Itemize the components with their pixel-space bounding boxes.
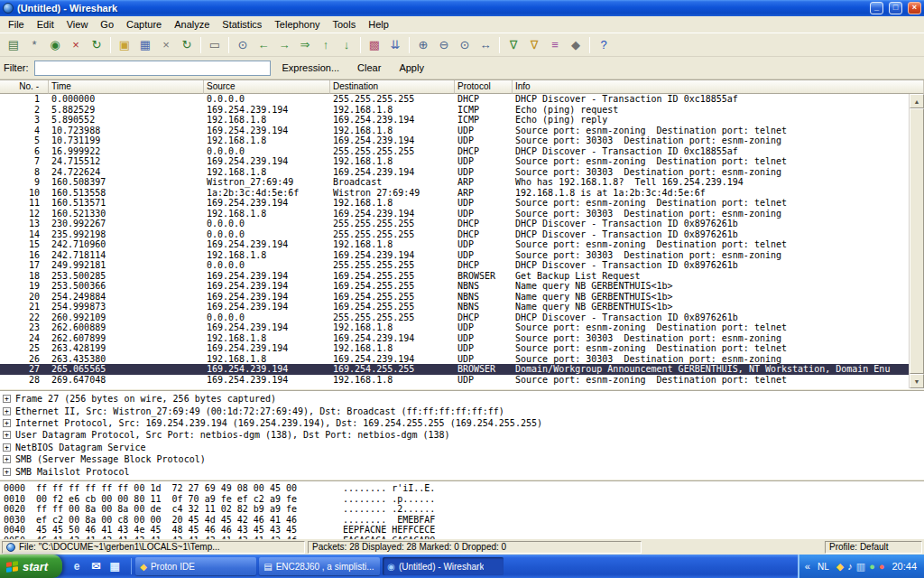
packet-row[interactable]: 13230.9922670.0.0.0255.255.255.255DHCPDH… xyxy=(0,219,909,229)
menu-item-view[interactable]: View xyxy=(60,17,95,32)
packet-row[interactable]: 616.9999220.0.0.0255.255.255.255DHCPDHCP… xyxy=(0,146,909,157)
menu-item-capture[interactable]: Capture xyxy=(120,17,168,32)
menu-item-help[interactable]: Help xyxy=(362,17,395,32)
maximize-button[interactable]: □ xyxy=(889,2,902,14)
menu-item-file[interactable]: File xyxy=(2,17,31,32)
close-button[interactable]: × xyxy=(908,2,921,14)
capture-options-icon[interactable]: * xyxy=(24,36,44,54)
go-to-bottom-icon[interactable]: ↓ xyxy=(337,36,356,54)
go-forward-icon[interactable]: → xyxy=(274,36,294,54)
hex-row[interactable]: 004045 45 50 46 41 43 4e 45 48 45 46 46 … xyxy=(4,525,920,536)
column-header-source[interactable]: Source xyxy=(204,80,330,94)
packet-row[interactable]: 15242.710960169.254.239.194192.168.1.8UD… xyxy=(0,239,909,250)
show-desktop-icon[interactable]: ▦ xyxy=(107,559,122,573)
detail-row[interactable]: +Ethernet II, Src: Wistron_27:69:49 (00:… xyxy=(3,405,921,416)
packet-row[interactable]: 17249.9921810.0.0.0255.255.255.255DHCPDH… xyxy=(0,260,909,271)
menu-item-analyze[interactable]: Analyze xyxy=(168,17,216,32)
detail-row[interactable]: +User Datagram Protocol, Src Port: netbi… xyxy=(3,429,921,441)
capture-filters-icon[interactable]: ∇ xyxy=(504,36,523,54)
expander-icon[interactable]: + xyxy=(3,419,11,427)
menu-item-telephony[interactable]: Telephony xyxy=(268,17,326,32)
reload-capture-icon[interactable]: ↻ xyxy=(177,36,197,54)
packet-row[interactable]: 19253.500366169.254.239.194169.254.255.2… xyxy=(0,281,909,292)
menu-item-statistics[interactable]: Statistics xyxy=(216,17,268,32)
network-icon[interactable]: ▥ xyxy=(856,562,865,572)
taskbar-task[interactable]: ◉(Untitled) - Wireshark xyxy=(383,557,504,575)
save-capture-icon[interactable]: ▦ xyxy=(135,36,155,54)
zoom-out-icon[interactable]: ⊖ xyxy=(434,36,454,54)
coloring-rules-icon[interactable]: ≡ xyxy=(545,36,565,54)
menu-item-tools[interactable]: Tools xyxy=(327,17,363,32)
scroll-down-button[interactable]: ▼ xyxy=(910,374,924,388)
packet-row[interactable]: 35.890552192.168.1.8169.254.239.194ICMPE… xyxy=(0,115,909,126)
filter-input[interactable] xyxy=(34,61,271,76)
auto-scroll-icon[interactable]: ⇊ xyxy=(385,36,405,54)
packet-row[interactable]: 12160.521330192.168.1.8169.254.239.194UD… xyxy=(0,209,909,219)
messenger-icon[interactable]: ● xyxy=(869,562,875,572)
go-to-top-icon[interactable]: ↑ xyxy=(316,36,336,54)
packet-row[interactable]: 18253.500285169.254.239.194169.254.255.2… xyxy=(0,271,909,282)
volume-icon[interactable]: ♪ xyxy=(847,562,853,572)
statusbar-profile-segment[interactable]: Profile: Default xyxy=(825,541,922,554)
taskbar-task[interactable]: ◆Proton IDE xyxy=(135,557,256,575)
start-button[interactable]: start xyxy=(0,555,62,578)
help-icon[interactable]: ? xyxy=(594,36,614,54)
email-icon[interactable]: ✉ xyxy=(88,559,103,573)
packet-row[interactable]: 23262.600889169.254.239.194192.168.1.8UD… xyxy=(0,322,909,333)
detail-row[interactable]: +Frame 27 (256 bytes on wire, 256 bytes … xyxy=(3,393,921,405)
capture-stop-icon[interactable]: × xyxy=(66,36,86,54)
scrollbar-thumb[interactable] xyxy=(910,108,924,374)
expander-icon[interactable]: + xyxy=(3,455,11,463)
preferences-icon[interactable]: ◆ xyxy=(566,36,586,54)
display-filters-icon[interactable]: ∇ xyxy=(524,36,544,54)
packet-row[interactable]: 10.0000000.0.0.0255.255.255.255DHCPDHCP … xyxy=(0,94,909,105)
packet-row[interactable]: 28269.647048169.254.239.194192.168.1.8UD… xyxy=(0,375,909,386)
zoom-100-icon[interactable]: ⊙ xyxy=(455,36,475,54)
scroll-up-button[interactable]: ▲ xyxy=(910,94,924,108)
packet-row[interactable]: 20254.249884169.254.239.194169.254.255.2… xyxy=(0,292,909,303)
packet-row[interactable]: 14235.9921980.0.0.0255.255.255.255DHCPDH… xyxy=(0,229,909,240)
expander-icon[interactable]: + xyxy=(3,431,11,439)
open-capture-icon[interactable]: ▣ xyxy=(115,36,134,54)
find-packet-icon[interactable]: ⊙ xyxy=(233,36,253,54)
detail-row[interactable]: +SMB (Server Message Block Protocol) xyxy=(3,453,921,465)
packet-row[interactable]: 16242.718114192.168.1.8169.254.239.194UD… xyxy=(0,250,909,261)
packet-list-scrollbar[interactable]: ▲ ▼ xyxy=(909,94,924,388)
packet-row[interactable]: 11160.513571169.254.239.194192.168.1.8UD… xyxy=(0,198,909,209)
internet-explorer-icon[interactable]: e xyxy=(69,559,84,573)
go-to-packet-icon[interactable]: ⇒ xyxy=(295,36,315,54)
menu-item-edit[interactable]: Edit xyxy=(31,17,60,32)
packet-row[interactable]: 21254.999873169.254.239.194169.254.255.2… xyxy=(0,302,909,312)
expert-info-icon[interactable] xyxy=(6,543,15,552)
language-indicator[interactable]: NL xyxy=(815,561,832,573)
expander-icon[interactable]: + xyxy=(3,443,11,452)
security-icon[interactable]: ◆ xyxy=(836,562,844,572)
taskbar-task[interactable]: ▤ENC28J60 , a simplisti... xyxy=(259,557,380,575)
column-header-info[interactable]: Info xyxy=(513,80,924,94)
capture-restart-icon[interactable]: ↻ xyxy=(87,36,106,54)
packet-row[interactable]: 724.715512169.254.239.194192.168.1.8UDPS… xyxy=(0,156,909,167)
go-back-icon[interactable]: ← xyxy=(254,36,273,54)
expander-icon[interactable]: + xyxy=(3,407,11,415)
expander-icon[interactable]: + xyxy=(3,468,11,476)
apply-button[interactable]: Apply xyxy=(393,61,430,75)
colorize-icon[interactable]: ▩ xyxy=(365,36,384,54)
packet-row[interactable]: 27265.065565169.254.239.194169.254.255.2… xyxy=(0,364,909,375)
detail-row[interactable]: +NetBIOS Datagram Service xyxy=(3,442,921,453)
detail-row[interactable]: +Internet Protocol, Src: 169.254.239.194… xyxy=(3,417,921,429)
capture-start-icon[interactable]: ◉ xyxy=(45,36,65,54)
scrollbar-track[interactable] xyxy=(910,108,924,374)
minimize-button[interactable]: _ xyxy=(870,2,883,14)
column-header-time[interactable]: Time xyxy=(49,80,204,94)
clear-button[interactable]: Clear xyxy=(351,61,387,75)
column-header-no[interactable]: No. - xyxy=(0,80,49,94)
print-icon[interactable]: ▭ xyxy=(205,36,225,54)
packet-row[interactable]: 410.723988169.254.239.194192.168.1.8UDPS… xyxy=(0,126,909,136)
detail-row[interactable]: +SMB Mailslot Protocol xyxy=(3,465,921,477)
menu-item-go[interactable]: Go xyxy=(94,17,120,32)
packet-row[interactable]: 26263.435380192.168.1.8169.254.239.194UD… xyxy=(0,354,909,365)
hex-row[interactable]: 0030ef c2 00 8a 00 c8 00 00 20 45 4d 45 … xyxy=(4,515,920,526)
packet-row[interactable]: 22260.9921090.0.0.0255.255.255.255DHCPDH… xyxy=(0,312,909,323)
expression-button[interactable]: Expression... xyxy=(276,61,346,75)
close-capture-icon[interactable]: × xyxy=(156,36,176,54)
